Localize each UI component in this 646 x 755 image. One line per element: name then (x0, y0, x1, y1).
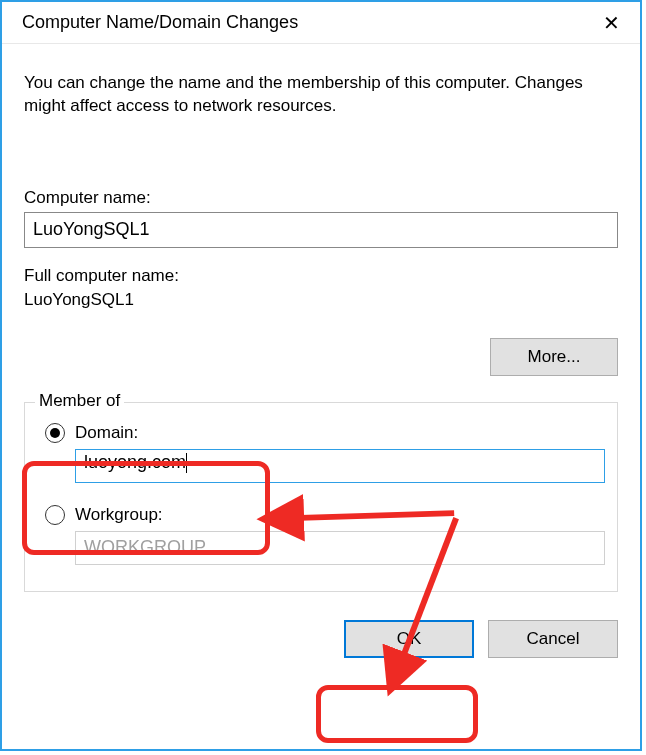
workgroup-radio-label[interactable]: Workgroup: (75, 505, 163, 525)
domain-radio-label[interactable]: Domain: (75, 423, 138, 443)
close-icon[interactable]: ✕ (596, 8, 626, 38)
more-button[interactable]: More... (490, 338, 618, 376)
member-of-legend: Member of (35, 391, 124, 411)
full-computer-name-label: Full computer name: (24, 266, 618, 286)
dialog-content: You can change the name and the membersh… (2, 44, 640, 668)
domain-radio[interactable] (45, 423, 65, 443)
ok-button[interactable]: OK (344, 620, 474, 658)
workgroup-radio[interactable] (45, 505, 65, 525)
intro-text: You can change the name and the membersh… (24, 72, 618, 118)
titlebar: Computer Name/Domain Changes ✕ (2, 2, 640, 44)
annotation-highlight-ok (316, 685, 478, 743)
dialog-button-row: OK Cancel (24, 620, 618, 658)
computer-name-input[interactable] (24, 212, 618, 248)
member-of-groupbox: Member of Domain: luoyong.com Workgroup: (24, 402, 618, 592)
computer-name-label: Computer name: (24, 188, 618, 208)
workgroup-input (75, 531, 605, 565)
full-computer-name-value: LuoYongSQL1 (24, 290, 618, 310)
dialog-title: Computer Name/Domain Changes (22, 12, 298, 33)
cancel-button[interactable]: Cancel (488, 620, 618, 658)
domain-input[interactable]: luoyong.com (75, 449, 605, 483)
dialog-window: Computer Name/Domain Changes ✕ You can c… (0, 0, 642, 751)
